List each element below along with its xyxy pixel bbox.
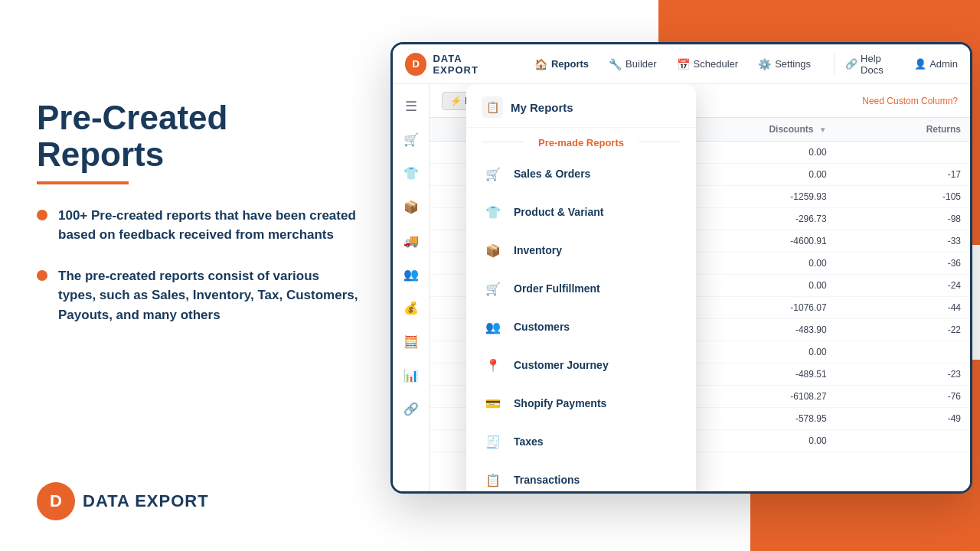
- sidebar-icon-network[interactable]: 🔗: [397, 395, 425, 422]
- dropdown-item-label: Transactions: [514, 474, 580, 486]
- dropdown-item[interactable]: 💳 Shopify Payments: [466, 384, 696, 422]
- dropdown-header-title: My Reports: [511, 101, 573, 114]
- scheduler-icon: 📅: [677, 58, 690, 70]
- app-sidebar: ☰ 🛒 👕 📦 🚚 👥 💰 🧮 📊 🔗: [393, 84, 430, 491]
- cell-returns: [836, 430, 970, 452]
- dropdown-item[interactable]: 👕 Product & Variant: [466, 193, 696, 231]
- settings-icon: ⚙️: [758, 58, 771, 70]
- col-sort-icon: ▼: [819, 126, 827, 134]
- cell-returns: -76: [836, 386, 970, 408]
- logo-icon-large: D: [37, 482, 75, 520]
- filter-icon: ⚡: [450, 96, 462, 106]
- dropdown-item-label: Customer Journey: [514, 359, 609, 371]
- dropdown-item[interactable]: 👥 Customers: [466, 308, 696, 346]
- dropdown-menu: 📋 My Reports Pre-made Reports 🛒 Sales & …: [466, 84, 696, 491]
- dropdown-item-label: Product & Variant: [514, 206, 603, 218]
- dropdown-header: 📋 My Reports: [466, 84, 696, 128]
- app-body: ☰ 🛒 👕 📦 🚚 👥 💰 🧮 📊 🔗 ⚡ Filter None: [393, 84, 970, 491]
- cell-returns: -24: [836, 275, 970, 297]
- dropdown-item[interactable]: 🛒 Order Fulfillment: [466, 269, 696, 308]
- builder-icon: 🔧: [609, 58, 622, 70]
- admin-button[interactable]: 👤 Admin: [914, 58, 958, 70]
- bullet-text-1: 100+ Pre-created reports that have been …: [58, 206, 358, 245]
- sidebar-icon-chart[interactable]: 📊: [397, 361, 425, 389]
- dropdown-item-label: Shopify Payments: [514, 397, 606, 409]
- sidebar-icon-box[interactable]: 📦: [397, 193, 425, 220]
- dropdown-item[interactable]: 📍 Customer Journey: [466, 346, 696, 384]
- cell-returns: -49: [836, 408, 970, 430]
- cell-returns: [836, 142, 970, 164]
- nav-settings-label: Settings: [775, 58, 811, 70]
- cell-returns: -44: [836, 297, 970, 319]
- sidebar-icon-users[interactable]: 👥: [397, 260, 425, 288]
- dropdown-item-icon: 📍: [482, 354, 505, 377]
- app-logo: D DATA EXPORT: [405, 53, 507, 76]
- dropdown-item-icon: 🧾: [482, 430, 505, 453]
- app-window: D DATA EXPORT 🏠 Reports 🔧 Builder 📅 Sche…: [390, 42, 972, 494]
- cell-returns: -23: [836, 364, 970, 386]
- custom-column-link[interactable]: Need Custom Column?: [862, 96, 958, 106]
- bullet-dot: [37, 270, 47, 281]
- nav-reports-label: Reports: [551, 58, 589, 70]
- sidebar-icon-cart[interactable]: 🛒: [397, 126, 425, 153]
- cell-returns: -33: [836, 230, 970, 253]
- nav-builder-label: Builder: [626, 58, 656, 70]
- page-title: Pre-Created Reports: [37, 99, 358, 174]
- dropdown-item-label: Customers: [514, 321, 570, 333]
- list-item: The pre-created reports consist of vario…: [37, 266, 358, 325]
- nav-item-reports[interactable]: 🏠 Reports: [527, 54, 596, 75]
- sidebar-icon-coin[interactable]: 💰: [397, 294, 425, 321]
- logo-text-small: DATA EXPORT: [433, 53, 507, 76]
- cell-returns: -36: [836, 253, 970, 275]
- sidebar-icon-shirt[interactable]: 👕: [397, 159, 425, 187]
- nav-item-settings[interactable]: ⚙️ Settings: [750, 54, 818, 75]
- help-label: Help Docs: [861, 53, 903, 76]
- bottom-logo: D DATA EXPORT: [37, 482, 209, 520]
- dropdown-item[interactable]: 📦 Inventory: [466, 231, 696, 269]
- dropdown-item-label: Order Fulfillment: [514, 282, 600, 295]
- dropdown-item[interactable]: 📋 Transactions: [466, 461, 696, 491]
- list-item: 100+ Pre-created reports that have been …: [37, 206, 358, 245]
- col-header-returns[interactable]: Returns: [836, 118, 970, 142]
- cell-returns: -98: [836, 208, 970, 230]
- dropdown-header-icon: 📋: [482, 96, 503, 118]
- nav-scheduler-label: Scheduler: [694, 58, 739, 70]
- sidebar-icon-truck[interactable]: 🚚: [397, 227, 425, 254]
- nav-item-scheduler[interactable]: 📅 Scheduler: [669, 54, 746, 75]
- discounts-label: Discounts: [769, 124, 813, 135]
- dropdown-section-title: Pre-made Reports: [466, 128, 696, 155]
- logo-icon-small: D: [405, 53, 426, 76]
- returns-label: Returns: [926, 124, 961, 135]
- bullet-dot: [37, 210, 47, 220]
- dropdown-item-icon: 👕: [482, 201, 505, 223]
- dropdown-item-icon: 📦: [482, 239, 505, 262]
- cell-returns: -22: [836, 319, 970, 341]
- dropdown-item-icon: 📋: [482, 468, 505, 491]
- admin-icon: 👤: [914, 58, 926, 70]
- dropdown-item-icon: 🛒: [482, 162, 505, 185]
- dropdown-item-icon: 💳: [482, 392, 505, 415]
- help-icon: 🔗: [845, 58, 858, 70]
- cell-returns: [836, 341, 970, 364]
- app-header: D DATA EXPORT 🏠 Reports 🔧 Builder 📅 Sche…: [393, 44, 970, 84]
- nav-item-builder[interactable]: 🔧 Builder: [601, 54, 664, 75]
- home-icon: 🏠: [534, 58, 547, 70]
- dropdown-item[interactable]: 🧾 Taxes: [466, 422, 696, 461]
- dropdown-item-label: Inventory: [514, 244, 562, 256]
- dropdown-item-label: Sales & Orders: [514, 168, 590, 180]
- dropdown-items-container: 🛒 Sales & Orders 👕 Product & Variant 📦 I…: [466, 155, 696, 491]
- title-underline: [37, 181, 129, 184]
- admin-label: Admin: [929, 58, 958, 70]
- sidebar-icon-calculator[interactable]: 🧮: [397, 328, 425, 355]
- dropdown-item[interactable]: 🛒 Sales & Orders: [466, 155, 696, 193]
- dropdown-item-label: Taxes: [514, 435, 544, 448]
- dropdown-item-icon: 👥: [482, 315, 505, 338]
- dropdown-item-icon: 🛒: [482, 277, 505, 300]
- left-content: Pre-Created Reports 100+ Pre-created rep…: [37, 99, 358, 324]
- cell-returns: -17: [836, 164, 970, 186]
- bullet-list: 100+ Pre-created reports that have been …: [37, 206, 358, 325]
- app-main: ⚡ Filter None ↕ Sort None Need Custom Co…: [430, 84, 970, 491]
- nav-divider: [834, 54, 835, 75]
- help-docs-button[interactable]: 🔗 Help Docs: [845, 53, 903, 76]
- hamburger-menu-icon[interactable]: ☰: [400, 93, 422, 119]
